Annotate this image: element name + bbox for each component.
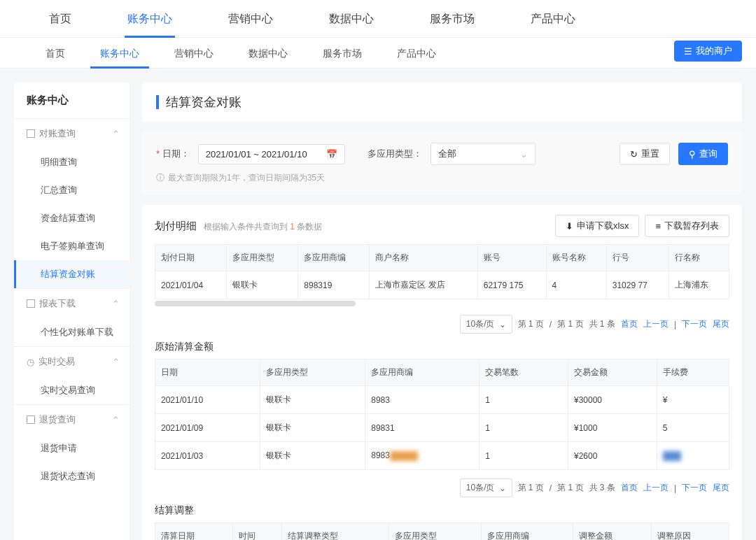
- detail-title: 划付明细: [155, 220, 197, 233]
- refresh-icon: ↻: [630, 149, 638, 159]
- table-row: 2021/01/04银联卡898319 上海市嘉定区 发店62179 175 4…: [155, 271, 729, 299]
- nav-product[interactable]: 产品中心: [503, 0, 603, 38]
- table-header-row: 清算日期时间结算调整类型 多应用类型多应用商编调整金额调整原因: [155, 523, 729, 541]
- page-size-select[interactable]: 10条/页⌄: [460, 478, 512, 497]
- date-label: 日期：: [162, 148, 190, 159]
- download-xlsx-button[interactable]: ⬇申请下载xlsx: [555, 215, 639, 237]
- reset-button[interactable]: ↻重置: [620, 143, 670, 165]
- chevron-up-icon: ⌃: [112, 415, 120, 425]
- date-range-input[interactable]: 2021/01/01 ~ 2021/01/10 📅: [198, 144, 345, 164]
- pager-first[interactable]: 首页: [621, 318, 638, 330]
- orig-pager: 10条/页⌄ 第 1 页/第 1 页 共 3 条 首页 上一页| 下一页 尾页: [155, 478, 729, 497]
- chevron-up-icon: ⌃: [112, 129, 120, 139]
- pager-prev[interactable]: 上一页: [643, 318, 668, 330]
- nav-finance[interactable]: 账务中心: [99, 0, 200, 38]
- sidebar-item-refund-apply[interactable]: 退货申请: [14, 434, 130, 462]
- table-row: 2021/01/03银联卡89831¥2600: [155, 442, 729, 470]
- nav-data[interactable]: 数据中心: [301, 0, 402, 38]
- app-type-select[interactable]: 全部 ⌄: [430, 143, 536, 165]
- table-header-row: 划付日期多应用类型多应用商编 商户名称账号账号名称 行号行名称: [155, 245, 729, 271]
- pager-last[interactable]: 尾页: [713, 318, 729, 330]
- search-button[interactable]: ⚲查询: [678, 143, 728, 165]
- pager-last[interactable]: 尾页: [713, 482, 729, 494]
- table-row: 2021/01/09银联卡898311¥10005: [155, 414, 729, 442]
- chevron-up-icon: ⌃: [112, 357, 120, 367]
- nav-home[interactable]: 首页: [21, 0, 99, 38]
- sidebar-group-report[interactable]: 报表下载⌃: [14, 289, 130, 318]
- pager-prev[interactable]: 上一页: [643, 482, 668, 494]
- sidebar-item-custom-dl[interactable]: 个性化对账单下载: [14, 318, 130, 346]
- subnav-finance[interactable]: 账务中心: [83, 38, 157, 69]
- subnav-product[interactable]: 产品中心: [379, 38, 454, 69]
- detail-pager: 10条/页⌄ 第 1 页/第 1 页 共 1 条 首页 上一页| 下一页 尾页: [155, 315, 729, 334]
- sidebar-item-realtime-query[interactable]: 实时交易查询: [14, 376, 130, 404]
- info-icon: ⓘ: [156, 172, 164, 184]
- search-icon: ⚲: [689, 149, 696, 159]
- subnav-data[interactable]: 数据中心: [231, 38, 305, 69]
- subnav-marketing[interactable]: 营销中心: [157, 38, 231, 69]
- calendar-icon: 📅: [326, 149, 337, 159]
- type-label: 多应用类型：: [368, 148, 422, 160]
- sidebar-item-refund-status[interactable]: 退货状态查询: [14, 462, 130, 490]
- square-icon: [27, 299, 35, 308]
- pager-first[interactable]: 首页: [621, 482, 638, 494]
- my-merchant-button[interactable]: ☰ 我的商户: [674, 41, 742, 62]
- horizontal-scrollbar[interactable]: [155, 301, 356, 306]
- page-title: 结算资金对账: [142, 83, 742, 122]
- sidebar-item-settlement[interactable]: 结算资金对账: [14, 260, 130, 288]
- square-icon: [27, 415, 35, 424]
- chevron-down-icon: ⌄: [499, 320, 506, 329]
- top-nav: 首页 账务中心 营销中心 数据中心 服务市场 产品中心: [0, 0, 756, 38]
- chevron-up-icon: ⌃: [112, 299, 120, 309]
- sidebar-group-reconcile[interactable]: 对账查询⌃: [14, 119, 130, 148]
- merchant-icon: ☰: [684, 46, 692, 57]
- sidebar-group-realtime[interactable]: ◷实时交易⌃: [14, 347, 130, 376]
- subnav-home[interactable]: 首页: [28, 38, 83, 69]
- sidebar-item-fund[interactable]: 资金结算查询: [14, 204, 130, 232]
- adjust-title: 结算调整: [155, 504, 729, 517]
- orig-title: 原始清算金额: [155, 341, 729, 353]
- sidebar-item-signature[interactable]: 电子签购单查询: [14, 232, 130, 260]
- pager-next[interactable]: 下一页: [682, 482, 707, 494]
- sidebar: 账务中心 对账查询⌃ 明细查询 汇总查询 资金结算查询 电子签购单查询 结算资金…: [14, 83, 130, 540]
- query-form: * 日期： 2021/01/01 ~ 2021/01/10 📅 多应用类型： 全…: [142, 132, 742, 195]
- nav-marketing[interactable]: 营销中心: [200, 0, 301, 38]
- sidebar-title: 账务中心: [14, 83, 130, 118]
- pager-next[interactable]: 下一页: [682, 318, 707, 330]
- square-icon: [27, 129, 35, 138]
- nav-service[interactable]: 服务市场: [402, 0, 503, 38]
- download-temp-button[interactable]: ≡下载暂存列表: [645, 215, 729, 237]
- detail-table: 划付日期多应用类型多应用商编 商户名称账号账号名称 行号行名称 2021/01/…: [155, 244, 729, 299]
- adjust-table: 清算日期时间结算调整类型 多应用类型多应用商编调整金额调整原因 暂无数据: [155, 523, 729, 540]
- chevron-down-icon: ⌄: [520, 149, 528, 159]
- clock-icon: ◷: [27, 357, 34, 367]
- table-header-row: 日期多应用类型多应用商编 交易笔数交易金额手续费: [155, 360, 729, 386]
- query-hint: ⓘ最大查询期限为1年，查询日期间隔为35天: [156, 172, 728, 184]
- page-size-select[interactable]: 10条/页⌄: [460, 315, 512, 334]
- chevron-down-icon: ⌄: [499, 483, 506, 493]
- orig-table: 日期多应用类型多应用商编 交易笔数交易金额手续费 2021/01/10银联卡89…: [155, 359, 729, 470]
- table-row: 2021/01/10银联卡89831¥30000¥: [155, 386, 729, 414]
- sidebar-group-refund[interactable]: 退货查询⌃: [14, 405, 130, 434]
- sidebar-item-summary[interactable]: 汇总查询: [14, 176, 130, 204]
- sidebar-item-detail[interactable]: 明细查询: [14, 148, 130, 176]
- subnav-service[interactable]: 服务市场: [305, 38, 379, 69]
- list-icon: ≡: [655, 221, 661, 232]
- download-icon: ⬇: [566, 221, 573, 232]
- sub-nav: 首页 账务中心 营销中心 数据中心 服务市场 产品中心 ☰ 我的商户: [0, 38, 756, 69]
